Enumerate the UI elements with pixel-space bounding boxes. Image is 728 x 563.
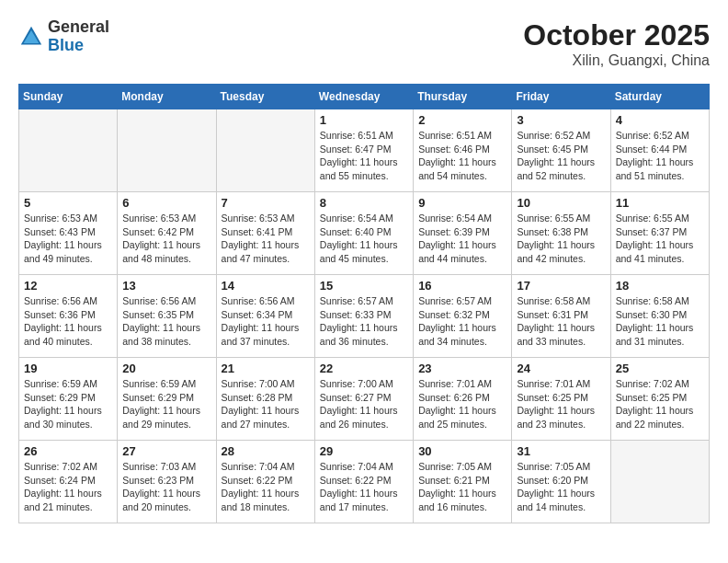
day-number: 14 xyxy=(222,279,310,293)
day-of-week-header: Sunday xyxy=(19,85,118,109)
day-info: Sunrise: 6:53 AMSunset: 6:41 PMDaylight:… xyxy=(222,212,310,266)
day-number: 23 xyxy=(418,362,506,375)
calendar-header-row: SundayMondayTuesdayWednesdayThursdayFrid… xyxy=(19,85,710,109)
calendar-day-cell: 18Sunrise: 6:58 AMSunset: 6:30 PMDayligh… xyxy=(610,275,709,358)
calendar-day-cell: 2Sunrise: 6:51 AMSunset: 6:46 PMDaylight… xyxy=(414,109,512,192)
calendar-day-cell: 4Sunrise: 6:52 AMSunset: 6:44 PMDaylight… xyxy=(610,109,709,192)
calendar-day-cell: 14Sunrise: 6:56 AMSunset: 6:34 PMDayligh… xyxy=(216,275,314,358)
calendar-day-cell: 12Sunrise: 6:56 AMSunset: 6:36 PMDayligh… xyxy=(19,275,118,358)
day-info: Sunrise: 6:56 AMSunset: 6:36 PMDaylight:… xyxy=(24,294,112,349)
day-number: 21 xyxy=(222,362,310,375)
day-info: Sunrise: 6:56 AMSunset: 6:35 PMDaylight:… xyxy=(122,294,210,349)
day-number: 28 xyxy=(222,444,310,458)
day-info: Sunrise: 7:00 AMSunset: 6:27 PMDaylight:… xyxy=(320,377,408,431)
day-number: 31 xyxy=(517,444,605,458)
day-info: Sunrise: 7:00 AMSunset: 6:28 PMDaylight:… xyxy=(222,377,310,431)
calendar-day-cell: 9Sunrise: 6:54 AMSunset: 6:39 PMDaylight… xyxy=(414,192,512,275)
day-info: Sunrise: 6:52 AMSunset: 6:44 PMDaylight:… xyxy=(616,129,704,183)
calendar-day-cell: 20Sunrise: 6:59 AMSunset: 6:29 PMDayligh… xyxy=(118,358,216,441)
day-number: 17 xyxy=(517,279,605,293)
day-number: 7 xyxy=(222,196,310,210)
day-info: Sunrise: 6:57 AMSunset: 6:32 PMDaylight:… xyxy=(418,294,506,349)
day-number: 24 xyxy=(517,362,605,375)
calendar-day-cell: 25Sunrise: 7:02 AMSunset: 6:25 PMDayligh… xyxy=(610,358,709,441)
day-info: Sunrise: 6:57 AMSunset: 6:33 PMDaylight:… xyxy=(320,294,408,349)
day-info: Sunrise: 6:55 AMSunset: 6:38 PMDaylight:… xyxy=(517,212,605,266)
calendar-day-cell: 28Sunrise: 7:04 AMSunset: 6:22 PMDayligh… xyxy=(216,441,314,523)
calendar-day-cell: 26Sunrise: 7:02 AMSunset: 6:24 PMDayligh… xyxy=(19,441,118,523)
title-block: October 2025 Xilin, Guangxi, China xyxy=(523,18,710,69)
calendar-day-cell: 15Sunrise: 6:57 AMSunset: 6:33 PMDayligh… xyxy=(314,275,413,358)
day-number: 3 xyxy=(517,113,605,127)
day-number: 18 xyxy=(616,279,704,293)
day-info: Sunrise: 6:54 AMSunset: 6:40 PMDaylight:… xyxy=(320,212,408,266)
calendar-table: SundayMondayTuesdayWednesdayThursdayFrid… xyxy=(18,84,710,523)
calendar-day-cell: 30Sunrise: 7:05 AMSunset: 6:21 PMDayligh… xyxy=(414,441,512,523)
day-of-week-header: Wednesday xyxy=(314,85,413,109)
calendar-day-cell: 10Sunrise: 6:55 AMSunset: 6:38 PMDayligh… xyxy=(512,192,610,275)
day-info: Sunrise: 7:01 AMSunset: 6:26 PMDaylight:… xyxy=(418,377,506,431)
day-number: 29 xyxy=(320,444,408,458)
calendar-day-cell: 22Sunrise: 7:00 AMSunset: 6:27 PMDayligh… xyxy=(314,358,413,441)
day-info: Sunrise: 7:04 AMSunset: 6:22 PMDaylight:… xyxy=(222,460,310,514)
day-info: Sunrise: 6:52 AMSunset: 6:45 PMDaylight:… xyxy=(517,129,605,183)
day-info: Sunrise: 6:59 AMSunset: 6:29 PMDaylight:… xyxy=(122,377,210,431)
calendar-day-cell xyxy=(19,109,118,192)
day-info: Sunrise: 7:02 AMSunset: 6:24 PMDaylight:… xyxy=(24,460,112,514)
calendar-week-row: 1Sunrise: 6:51 AMSunset: 6:47 PMDaylight… xyxy=(19,109,710,192)
calendar-day-cell: 11Sunrise: 6:55 AMSunset: 6:37 PMDayligh… xyxy=(610,192,709,275)
day-info: Sunrise: 7:01 AMSunset: 6:25 PMDaylight:… xyxy=(517,377,605,431)
day-number: 5 xyxy=(24,196,112,210)
calendar-day-cell: 6Sunrise: 6:53 AMSunset: 6:42 PMDaylight… xyxy=(118,192,216,275)
calendar-day-cell: 17Sunrise: 6:58 AMSunset: 6:31 PMDayligh… xyxy=(512,275,610,358)
day-of-week-header: Tuesday xyxy=(216,85,314,109)
day-number: 22 xyxy=(320,362,408,375)
day-number: 30 xyxy=(418,444,506,458)
logo-blue: Blue xyxy=(48,36,84,54)
day-number: 4 xyxy=(616,113,704,127)
calendar-day-cell: 1Sunrise: 6:51 AMSunset: 6:47 PMDaylight… xyxy=(314,109,413,192)
day-number: 15 xyxy=(320,279,408,293)
day-info: Sunrise: 6:51 AMSunset: 6:46 PMDaylight:… xyxy=(418,129,506,183)
day-number: 11 xyxy=(616,196,704,210)
day-info: Sunrise: 6:58 AMSunset: 6:30 PMDaylight:… xyxy=(616,294,704,349)
calendar-day-cell: 23Sunrise: 7:01 AMSunset: 6:26 PMDayligh… xyxy=(414,358,512,441)
day-number: 19 xyxy=(24,362,112,375)
day-number: 6 xyxy=(122,196,210,210)
day-info: Sunrise: 6:53 AMSunset: 6:43 PMDaylight:… xyxy=(24,212,112,266)
calendar-day-cell: 24Sunrise: 7:01 AMSunset: 6:25 PMDayligh… xyxy=(512,358,610,441)
calendar-week-row: 26Sunrise: 7:02 AMSunset: 6:24 PMDayligh… xyxy=(19,441,710,523)
logo-text: General Blue xyxy=(48,18,109,55)
logo: General Blue xyxy=(18,18,109,55)
day-info: Sunrise: 6:59 AMSunset: 6:29 PMDaylight:… xyxy=(24,377,112,431)
day-number: 27 xyxy=(122,444,210,458)
day-info: Sunrise: 6:56 AMSunset: 6:34 PMDaylight:… xyxy=(222,294,310,349)
calendar-day-cell: 8Sunrise: 6:54 AMSunset: 6:40 PMDaylight… xyxy=(314,192,413,275)
calendar-day-cell: 27Sunrise: 7:03 AMSunset: 6:23 PMDayligh… xyxy=(118,441,216,523)
day-number: 9 xyxy=(418,196,506,210)
day-of-week-header: Thursday xyxy=(414,85,512,109)
day-of-week-header: Monday xyxy=(118,85,216,109)
calendar-day-cell: 16Sunrise: 6:57 AMSunset: 6:32 PMDayligh… xyxy=(414,275,512,358)
day-info: Sunrise: 7:05 AMSunset: 6:21 PMDaylight:… xyxy=(418,460,506,514)
logo-general: General xyxy=(48,17,109,36)
calendar-day-cell: 7Sunrise: 6:53 AMSunset: 6:41 PMDaylight… xyxy=(216,192,314,275)
calendar-day-cell: 31Sunrise: 7:05 AMSunset: 6:20 PMDayligh… xyxy=(512,441,610,523)
day-number: 2 xyxy=(418,113,506,127)
calendar-day-cell xyxy=(216,109,314,192)
logo-icon xyxy=(18,24,44,50)
calendar-week-row: 12Sunrise: 6:56 AMSunset: 6:36 PMDayligh… xyxy=(19,275,710,358)
day-number: 25 xyxy=(616,362,704,375)
day-number: 10 xyxy=(517,196,605,210)
day-number: 16 xyxy=(418,279,506,293)
calendar-day-cell: 19Sunrise: 6:59 AMSunset: 6:29 PMDayligh… xyxy=(19,358,118,441)
day-info: Sunrise: 6:55 AMSunset: 6:37 PMDaylight:… xyxy=(616,212,704,266)
day-info: Sunrise: 7:05 AMSunset: 6:20 PMDaylight:… xyxy=(517,460,605,514)
calendar-day-cell: 21Sunrise: 7:00 AMSunset: 6:28 PMDayligh… xyxy=(216,358,314,441)
page-title: October 2025 xyxy=(523,18,710,52)
calendar-day-cell: 3Sunrise: 6:52 AMSunset: 6:45 PMDaylight… xyxy=(512,109,610,192)
calendar-day-cell: 29Sunrise: 7:04 AMSunset: 6:22 PMDayligh… xyxy=(314,441,413,523)
day-info: Sunrise: 7:02 AMSunset: 6:25 PMDaylight:… xyxy=(616,377,704,431)
day-info: Sunrise: 6:51 AMSunset: 6:47 PMDaylight:… xyxy=(320,129,408,183)
calendar-day-cell xyxy=(610,441,709,523)
